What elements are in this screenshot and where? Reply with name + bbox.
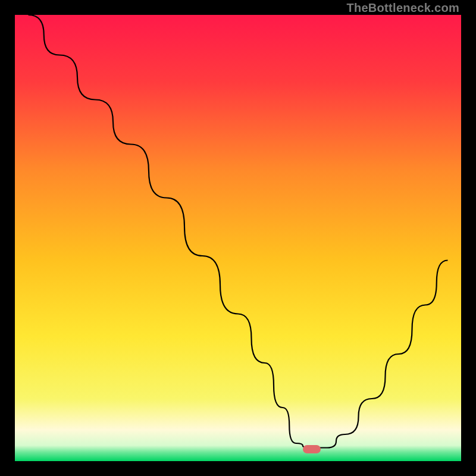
optimal-marker [303,445,321,453]
svg-rect-0 [15,15,461,461]
gradient-background [15,15,461,461]
chart-frame [15,15,461,461]
watermark-text: TheBottleneck.com [346,1,459,15]
